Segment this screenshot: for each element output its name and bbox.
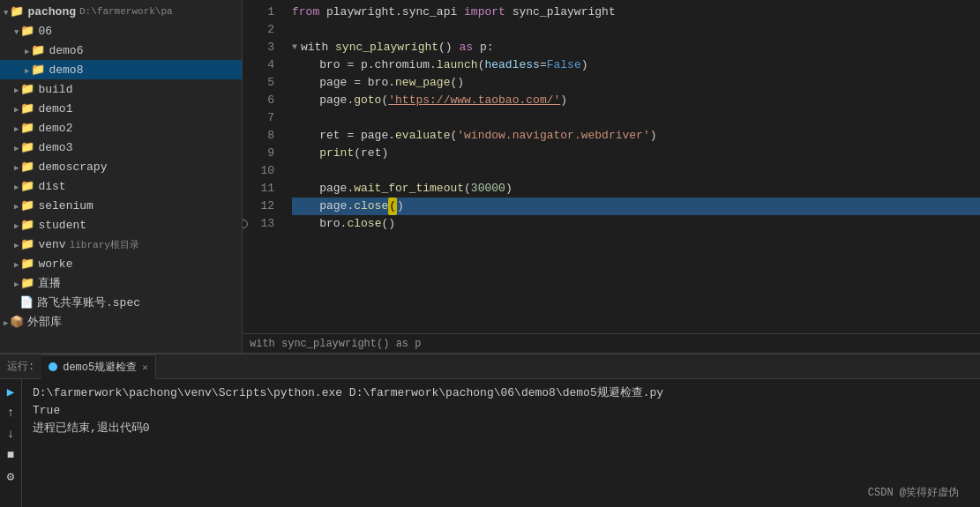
plain-indent4: bro = p.chromium. xyxy=(292,56,437,74)
folder-build-label: build xyxy=(38,83,72,96)
sidebar-item-demo2[interactable]: 📁 demo2 xyxy=(0,118,242,138)
run-up-button[interactable]: ↑ xyxy=(2,404,19,421)
ln-10: 10 xyxy=(243,162,274,180)
sidebar-item-06[interactable]: 📁 06 xyxy=(0,21,242,41)
folder-06-icon: 📁 xyxy=(20,24,34,38)
plain-11c: ) xyxy=(505,180,512,198)
sidebar: 📁 pachong D:\farmerwork\pa 📁 06 📁 demo6 … xyxy=(0,0,243,353)
plain-1: playwright.sync_api xyxy=(319,4,464,21)
code-line-12: page. close ( ) xyxy=(292,198,980,215)
code-line-3: ▼ with sync_playwright () as p: xyxy=(292,39,980,56)
run-down-button[interactable]: ↓ xyxy=(2,425,19,443)
ln-13: 13 xyxy=(243,215,274,233)
code-line-1: from playwright.sync_api import sync_pla… xyxy=(292,4,980,21)
main-area: 📁 pachong D:\farmerwork\pa 📁 06 📁 demo6 … xyxy=(0,0,980,353)
sidebar-item-demo1[interactable]: 📁 demo1 xyxy=(0,99,242,118)
folder-student-arrow xyxy=(14,219,19,232)
ln-4: 4 xyxy=(243,56,274,74)
headless-key: headless xyxy=(484,56,539,74)
folder-build-icon: 📁 xyxy=(20,82,34,96)
sidebar-item-worke[interactable]: 📁 worke xyxy=(0,254,242,273)
ln-12: 12 xyxy=(243,198,274,215)
folder-demoscrapy-icon: 📁 xyxy=(20,160,34,174)
folder-zhibo-icon: 📁 xyxy=(20,276,34,290)
code-line-9: print (ret) xyxy=(292,145,980,162)
false-val: False xyxy=(547,56,581,74)
code-line-11: page. wait_for_timeout ( 30000 ) xyxy=(292,180,980,198)
folder-demo1-label: demo1 xyxy=(38,102,72,116)
folder-dist-arrow xyxy=(14,180,19,193)
terminal-tab-run[interactable]: demo5规避检查 ✕ xyxy=(41,354,156,379)
ln-9: 9 xyxy=(243,145,274,162)
sidebar-item-demoscrapy[interactable]: 📁 demoscrapy xyxy=(0,157,242,176)
sidebar-item-extlib[interactable]: 📦 外部库 xyxy=(0,312,242,332)
bro-close-fn: close xyxy=(347,215,381,233)
sidebar-item-build[interactable]: 📁 build xyxy=(0,79,242,99)
sidebar-item-selenium[interactable]: 📁 selenium xyxy=(0,196,242,215)
run-stop-button[interactable]: ■ xyxy=(2,446,19,464)
folder-dist-icon: 📁 xyxy=(20,179,34,193)
code-line-6: page. goto ( 'https://www.taobao.com/' ) xyxy=(292,92,980,109)
folder-demoscrapy-arrow xyxy=(14,160,19,174)
extlib-arrow xyxy=(4,316,8,329)
root-label: pachong xyxy=(27,5,76,19)
plain-5: page = bro. xyxy=(292,74,395,92)
sidebar-item-spec[interactable]: 📄 路飞共享账号.spec xyxy=(0,293,242,312)
sidebar-item-demo6[interactable]: 📁 demo6 xyxy=(0,41,242,60)
run-dot-icon xyxy=(49,362,57,371)
folder-demo6-label: demo6 xyxy=(49,44,83,57)
code-line-10 xyxy=(292,162,980,180)
new-page-fn: new_page xyxy=(395,74,450,92)
terminal-tabs: 运行: demo5规避检查 ✕ xyxy=(0,354,980,379)
folder-zhibo-arrow xyxy=(14,277,19,290)
sidebar-root[interactable]: 📁 pachong D:\farmerwork\pa xyxy=(0,2,242,21)
ln-5: 5 xyxy=(243,74,274,92)
footer-text: CSDN @笑得好虚伪 xyxy=(868,484,959,502)
ln-2: 2 xyxy=(243,21,274,39)
sidebar-item-demo3[interactable]: 📁 demo3 xyxy=(0,138,242,157)
ln-6: 6 xyxy=(243,92,274,109)
plain-12c: ) xyxy=(397,198,404,215)
plain-9 xyxy=(292,145,319,162)
root-arrow xyxy=(4,5,8,19)
plain-8b: ( xyxy=(450,127,457,145)
goto-fn: goto xyxy=(354,92,381,109)
folder-demo8-label: demo8 xyxy=(49,63,83,77)
plain-2: sync_playwright xyxy=(505,4,616,21)
folder-06-arrow xyxy=(14,25,19,38)
extlib-label: 外部库 xyxy=(27,314,62,330)
wait-fn: wait_for_timeout xyxy=(354,180,464,198)
terminal-body: D:\farmerwork\pachong\venv\Scripts\pytho… xyxy=(22,379,980,507)
folder-demo3-label: demo3 xyxy=(38,141,72,154)
folder-selenium-label: selenium xyxy=(38,199,93,212)
sidebar-item-student[interactable]: 📁 student xyxy=(0,215,242,235)
terminal-tab-close[interactable]: ✕ xyxy=(142,362,148,373)
folder-venv-arrow xyxy=(14,238,19,251)
evaluate-fn: evaluate xyxy=(395,127,450,145)
folder-demo8-arrow xyxy=(25,63,29,77)
ln-3: 3 xyxy=(243,39,274,56)
folder-dist-label: dist xyxy=(38,180,65,193)
run-settings-button[interactable]: ⚙ xyxy=(2,467,19,485)
code-lines[interactable]: from playwright.sync_api import sync_pla… xyxy=(285,4,980,333)
webdriver-str: 'window.navigator.webdriver' xyxy=(457,127,649,145)
run-play-button[interactable]: ▶ xyxy=(2,383,19,400)
terminal-status: 进程已结束,退出代码0 xyxy=(33,420,969,437)
sidebar-item-zhibo[interactable]: 📁 直播 xyxy=(0,273,242,293)
plain-11: page. xyxy=(292,180,354,198)
sidebar-item-venv[interactable]: 📁 venv library根目录 xyxy=(0,235,242,254)
plain-3: () xyxy=(438,39,459,56)
sidebar-item-dist[interactable]: 📁 dist xyxy=(0,176,242,196)
fold-arrow-3: ▼ xyxy=(292,39,297,56)
folder-zhibo-label: 直播 xyxy=(38,275,61,291)
folder-worke-arrow xyxy=(14,257,19,271)
terminal-cmd: D:\farmerwork\pachong\venv\Scripts\pytho… xyxy=(33,384,969,402)
folder-demoscrapy-label: demoscrapy xyxy=(38,160,107,174)
print-fn: print xyxy=(319,145,354,162)
page-close-fn: close xyxy=(354,198,388,215)
plain-11b: ( xyxy=(464,180,471,198)
sidebar-item-demo8[interactable]: 📁 demo8 xyxy=(0,60,242,79)
spec-file-icon: 📄 xyxy=(19,295,34,309)
folder-06-label: 06 xyxy=(38,25,52,38)
plain-6b: ( xyxy=(381,92,388,109)
